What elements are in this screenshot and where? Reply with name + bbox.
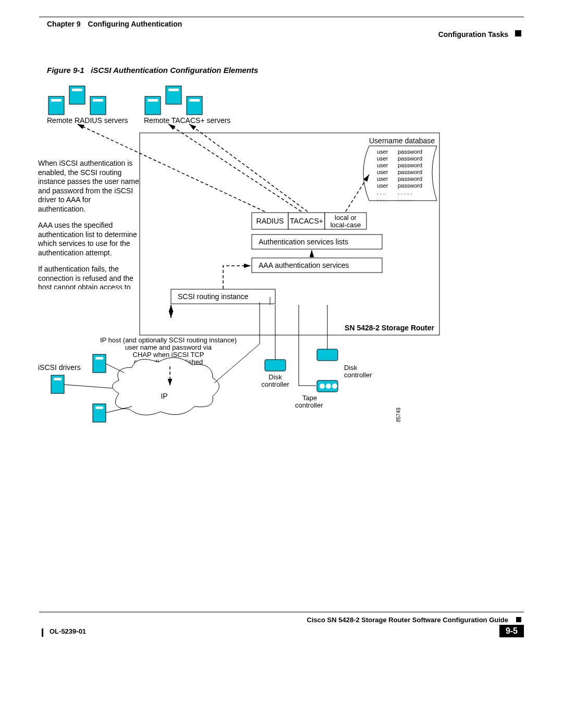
svg-text:local or: local or [335, 214, 357, 221]
svg-line-55 [64, 385, 113, 388]
svg-rect-49 [54, 378, 62, 380]
svg-line-35 [168, 124, 301, 212]
svg-line-72 [214, 344, 260, 383]
svg-text:85749: 85749 [396, 408, 401, 422]
svg-point-68 [326, 384, 331, 389]
para1: When iSCSI authentication is enabled, th… [38, 159, 140, 214]
footer-left-bar [42, 628, 43, 637]
svg-text:Disk: Disk [268, 373, 282, 381]
svg-text:controller: controller [295, 401, 323, 409]
section-title: Configuration Tasks [438, 30, 508, 39]
svg-rect-7 [148, 99, 158, 102]
svg-rect-9 [168, 89, 179, 91]
svg-rect-3 [72, 89, 82, 91]
para3: If authentication fails, the connection … [38, 265, 140, 289]
svg-line-36 [189, 124, 308, 212]
footer-square-icon [516, 617, 521, 622]
footer-rule [39, 612, 524, 612]
svg-line-37 [346, 175, 369, 212]
storage-router-label: SN 5428-2 Storage Router [345, 324, 434, 332]
chapter-title: Chapter 9 Configuring Authentication [47, 20, 182, 28]
svg-text:userpassword: userpassword [377, 155, 422, 162]
svg-text:SCSI routing instance: SCSI routing instance [178, 292, 249, 301]
svg-text:userpassword: userpassword [377, 176, 422, 182]
svg-text:Disk: Disk [344, 364, 358, 372]
svg-rect-62 [317, 349, 338, 361]
svg-text:iSCSI drivers: iSCSI drivers [38, 363, 81, 372]
svg-rect-47 [95, 357, 103, 360]
footer-doc: OL-5239-01 [50, 627, 86, 635]
svg-text:Authentication services lists: Authentication services lists [259, 238, 348, 246]
para2: AAA uses the specified authentication li… [38, 221, 140, 257]
svg-text:TACACS+: TACACS+ [290, 217, 323, 225]
svg-text:controller: controller [344, 371, 372, 379]
svg-rect-51 [95, 406, 103, 409]
svg-point-69 [332, 384, 337, 389]
username-db-label: Username database [369, 137, 435, 145]
svg-text:userpassword: userpassword [377, 169, 422, 175]
svg-text:CHAP when iSCSI TCP: CHAP when iSCSI TCP [133, 351, 204, 359]
svg-text:controller: controller [261, 380, 289, 388]
svg-text:RADIUS: RADIUS [256, 217, 284, 225]
svg-rect-11 [189, 99, 200, 102]
svg-text:userpassword: userpassword [377, 162, 422, 168]
svg-text:IP: IP [161, 392, 167, 400]
svg-text:Tape: Tape [302, 394, 317, 402]
svg-point-67 [320, 384, 325, 389]
svg-text:userpassword: userpassword [377, 149, 422, 155]
svg-text:user name and password via: user name and password via [125, 343, 212, 351]
figure-caption: Figure 9-1 iSCSI Authentication Configur… [47, 66, 258, 75]
svg-text:AAA authentication services: AAA authentication services [259, 261, 349, 269]
header-rule [39, 17, 524, 17]
svg-text:IP host (and optionally SCSI r: IP host (and optionally SCSI routing ins… [100, 336, 237, 344]
svg-line-54 [106, 364, 124, 373]
header-square-icon [515, 30, 521, 36]
svg-rect-57 [265, 360, 286, 371]
footer-book: Cisco SN 5428-2 Storage Router Software … [307, 616, 508, 624]
svg-text:userpassword: userpassword [377, 182, 422, 189]
svg-rect-5 [93, 99, 103, 102]
svg-rect-1 [51, 99, 62, 102]
svg-text:local-case: local-case [331, 221, 361, 229]
radius-server-label: Remote RADIUS servers [47, 116, 128, 125]
diagram-svg: Remote RADIUS servers Remote TACACS+ ser… [35, 78, 442, 443]
page-number: 9-5 [499, 625, 524, 637]
tacacs-server-label: Remote TACACS+ servers [144, 116, 230, 125]
